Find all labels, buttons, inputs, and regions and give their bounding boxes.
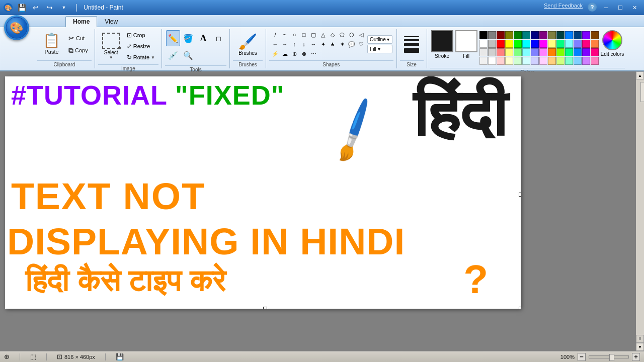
shape-custom2[interactable]: ⊗ bbox=[299, 49, 309, 58]
color-lblue3[interactable] bbox=[531, 48, 539, 56]
color-pastelyellow[interactable] bbox=[505, 57, 513, 65]
shape-star6[interactable]: ✶ bbox=[337, 40, 347, 49]
color-lightpink2[interactable] bbox=[591, 57, 599, 65]
color-mint[interactable] bbox=[565, 48, 573, 56]
color-olive[interactable] bbox=[505, 31, 513, 39]
color-vlight2[interactable] bbox=[488, 57, 496, 65]
color-brown[interactable] bbox=[591, 31, 599, 39]
shape-4arrow[interactable]: ↔ bbox=[308, 40, 318, 49]
tab-home[interactable]: Home bbox=[65, 16, 97, 27]
shape-rect[interactable]: □ bbox=[299, 30, 309, 39]
shape-rrect[interactable]: ▢ bbox=[308, 30, 318, 39]
color-lcyan2[interactable] bbox=[522, 48, 530, 56]
color-vlight1[interactable] bbox=[479, 57, 488, 65]
color-lgreen[interactable] bbox=[556, 40, 565, 48]
shape-rtriangle[interactable]: ◁ bbox=[356, 30, 366, 39]
color-olive2[interactable] bbox=[548, 31, 556, 39]
shape-triangle[interactable]: △ bbox=[318, 30, 328, 39]
undo-button[interactable]: ↩ bbox=[30, 2, 41, 13]
shape-cloud[interactable]: ☁ bbox=[280, 49, 290, 58]
shape-heart[interactable]: ♡ bbox=[356, 40, 366, 49]
zoom-minus-button[interactable]: − bbox=[578, 353, 586, 361]
color-lblue2[interactable] bbox=[574, 40, 582, 48]
shape-star5[interactable]: ★ bbox=[328, 40, 338, 49]
color-lblue[interactable] bbox=[565, 31, 573, 39]
color-teal[interactable] bbox=[522, 31, 530, 39]
color-black[interactable] bbox=[479, 31, 488, 39]
resize-button[interactable]: ⤢ Resize bbox=[124, 41, 157, 51]
color-orange[interactable] bbox=[591, 40, 599, 48]
color-lavender[interactable] bbox=[582, 48, 590, 56]
crop-button[interactable]: ⊡ Crop bbox=[124, 30, 157, 40]
scroll-up-button[interactable]: ▲ bbox=[636, 71, 644, 79]
paste-button[interactable]: 📋 Paste bbox=[38, 31, 65, 57]
save-button[interactable]: 💾 bbox=[16, 2, 27, 13]
color-orange2[interactable] bbox=[548, 48, 556, 56]
color-lpink[interactable] bbox=[539, 48, 547, 56]
fill-swatch[interactable] bbox=[455, 30, 477, 52]
canvas[interactable]: #TUTORIAL "FIXED" हिंदी 🖌️ TEXT NOT bbox=[5, 76, 521, 309]
shape-more[interactable]: ⋯ bbox=[308, 49, 318, 58]
color-navy[interactable] bbox=[531, 31, 539, 39]
color-hotpink[interactable] bbox=[591, 48, 599, 56]
color-lgreen2[interactable] bbox=[514, 48, 522, 56]
canvas-scroll-area[interactable]: #TUTORIAL "FIXED" हिंदी 🖌️ TEXT NOT bbox=[0, 71, 636, 351]
color-cyan[interactable] bbox=[522, 40, 530, 48]
shape-darrow[interactable]: ↓ bbox=[299, 40, 309, 49]
color-ygreen[interactable] bbox=[556, 48, 565, 56]
scroll-thumb-v[interactable] bbox=[640, 82, 644, 102]
color-pastelpink[interactable] bbox=[539, 57, 547, 65]
size-line-1[interactable] bbox=[404, 36, 419, 37]
color-lightsky[interactable] bbox=[574, 57, 582, 65]
send-feedback-link[interactable]: Send Feedback bbox=[544, 3, 583, 13]
color-dteal[interactable] bbox=[556, 31, 565, 39]
magnifier-tool[interactable]: 🔍 bbox=[181, 47, 195, 63]
minimize-button[interactable]: ─ bbox=[600, 3, 613, 13]
color-dgray[interactable] bbox=[488, 31, 496, 39]
color-lightygreen[interactable] bbox=[556, 57, 565, 65]
shape-larrow[interactable]: ← bbox=[270, 40, 280, 49]
color-white[interactable] bbox=[479, 40, 488, 48]
size-line-2[interactable] bbox=[404, 39, 419, 41]
color-sky[interactable] bbox=[574, 48, 582, 56]
shape-star4[interactable]: ✦ bbox=[318, 40, 328, 49]
shape-diamond[interactable]: ◇ bbox=[328, 30, 338, 39]
color-lred[interactable] bbox=[497, 48, 505, 56]
color-red[interactable] bbox=[497, 40, 505, 48]
color-picker-tool[interactable]: 💉 bbox=[166, 47, 180, 63]
color-silver[interactable] bbox=[488, 40, 496, 48]
eraser-tool[interactable]: ◻ bbox=[211, 30, 225, 46]
zoom-slider-thumb[interactable] bbox=[609, 354, 614, 361]
shape-uarrow[interactable]: ↑ bbox=[289, 40, 299, 49]
redo-button[interactable]: ↪ bbox=[44, 2, 55, 13]
pencil-tool[interactable]: ✏️ bbox=[166, 30, 180, 46]
zoom-slider-track[interactable] bbox=[589, 355, 629, 358]
fill-shape-button[interactable]: Fill ▾ bbox=[367, 45, 392, 53]
maximize-button[interactable]: ☐ bbox=[614, 3, 627, 13]
color-magenta[interactable] bbox=[539, 40, 547, 48]
color-maroon[interactable] bbox=[497, 31, 505, 39]
shape-callout[interactable]: 💬 bbox=[347, 40, 357, 49]
shape-custom1[interactable]: ⊕ bbox=[289, 49, 299, 58]
scroll-down-button[interactable]: ▼ bbox=[636, 343, 644, 351]
color-lime[interactable] bbox=[514, 40, 522, 48]
shape-lightning[interactable]: ⚡ bbox=[270, 49, 280, 58]
select-button[interactable]: Select ▼ bbox=[99, 31, 123, 62]
stroke-swatch[interactable] bbox=[431, 30, 453, 52]
color-lgray2[interactable] bbox=[488, 48, 496, 56]
text-tool[interactable]: A bbox=[196, 30, 210, 46]
color-pastelcyan[interactable] bbox=[522, 57, 530, 65]
shape-curve[interactable]: ~ bbox=[280, 30, 290, 39]
color-pink[interactable] bbox=[582, 40, 590, 48]
size-line-3[interactable] bbox=[404, 43, 419, 46]
color-lightlavender[interactable] bbox=[582, 57, 590, 65]
color-pastelred[interactable] bbox=[497, 57, 505, 65]
color-lightorange[interactable] bbox=[548, 57, 556, 65]
color-lyellow2[interactable] bbox=[505, 48, 513, 56]
color-wheel[interactable] bbox=[602, 30, 622, 50]
shape-diagonal[interactable]: / bbox=[270, 30, 280, 39]
cut-button[interactable]: ✂ Cut bbox=[66, 33, 91, 44]
canvas-handle-bm[interactable] bbox=[263, 307, 267, 309]
shape-hexagon[interactable]: ⬡ bbox=[347, 30, 357, 39]
color-dgreen[interactable] bbox=[514, 31, 522, 39]
